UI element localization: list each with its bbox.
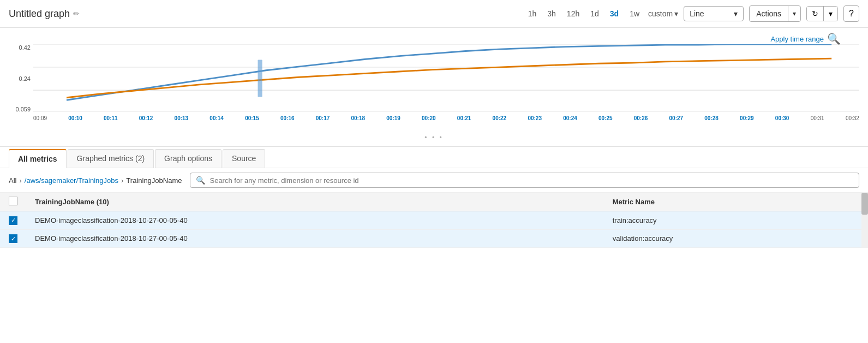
- refresh-group: ↻ ▾: [806, 6, 838, 21]
- help-icon: ?: [849, 9, 854, 19]
- time-1w[interactable]: 1w: [627, 8, 642, 19]
- graph-title: Untitled graph: [9, 8, 70, 20]
- breadcrumb-namespace[interactable]: /aws/sagemaker/TrainingJobs: [25, 176, 118, 185]
- y-label-mid: 0.24: [19, 75, 31, 82]
- tabs-section: All metrics Graphed metrics (2) Graph op…: [0, 146, 868, 248]
- table-row: ✓ DEMO-imageclassification-2018-10-27-00…: [0, 211, 868, 230]
- x-label-0027: 00:27: [669, 115, 684, 121]
- search-input[interactable]: [209, 176, 853, 185]
- apply-time-range[interactable]: Apply time range 🔍: [770, 32, 841, 45]
- x-label-0011: 00:11: [104, 115, 118, 121]
- page-header: Untitled graph ✏ 1h 3h 12h 1d 3d 1w cust…: [0, 0, 868, 28]
- chart-container: 0.42 0.24 0.059 00:09 00:10 00:1: [9, 44, 859, 123]
- refresh-button[interactable]: ↻: [807, 7, 823, 21]
- row2-checkbox[interactable]: ✓: [9, 234, 17, 243]
- x-label-0029: 00:29: [740, 115, 754, 121]
- x-label-0015: 00:15: [245, 115, 259, 121]
- search-icon: 🔍: [196, 176, 205, 185]
- tab-source[interactable]: Source: [223, 149, 265, 168]
- y-label-bot: 0.059: [15, 106, 31, 113]
- select-all-header: [0, 193, 26, 211]
- x-label-0022: 00:22: [493, 115, 507, 121]
- x-label-0017: 00:17: [316, 115, 330, 121]
- title-area: Untitled graph ✏: [9, 8, 520, 20]
- breadcrumb-dimension: TrainingJobName: [126, 176, 182, 185]
- search-box[interactable]: 🔍: [190, 173, 859, 188]
- time-12h[interactable]: 12h: [565, 8, 582, 19]
- refresh-caret-button[interactable]: ▾: [823, 7, 837, 21]
- chart-svg: [33, 44, 859, 113]
- dropdown-caret-icon: ▾: [734, 9, 738, 18]
- row2-metric-name: validation:accuracy: [604, 229, 868, 248]
- row1-job-name: DEMO-imageclassification-2018-10-27-00-0…: [26, 211, 604, 230]
- x-label-0030: 00:30: [775, 115, 789, 121]
- metrics-table-wrapper: TrainingJobName (10) Metric Name ✓ DEMO-…: [0, 193, 868, 248]
- y-axis: 0.42 0.24 0.059: [9, 44, 33, 113]
- x-label-0023: 00:23: [528, 115, 542, 121]
- row1-metric-name: train:accuracy: [604, 211, 868, 230]
- edit-icon[interactable]: ✏: [73, 9, 80, 18]
- time-1d[interactable]: 1d: [588, 8, 601, 19]
- scrollbar-thumb[interactable]: [861, 193, 868, 215]
- x-label-0032: 00:32: [846, 115, 859, 121]
- x-label-0013: 00:13: [175, 115, 189, 121]
- metrics-table: TrainingJobName (10) Metric Name ✓ DEMO-…: [0, 193, 868, 248]
- x-label-0021: 00:21: [457, 115, 471, 121]
- tabs-header: All metrics Graphed metrics (2) Graph op…: [0, 149, 868, 168]
- time-3h[interactable]: 3h: [545, 8, 558, 19]
- breadcrumb-all[interactable]: All: [9, 176, 16, 185]
- svg-rect-4: [258, 60, 262, 97]
- zoom-icon: 🔍: [827, 32, 841, 45]
- chart-area: Apply time range 🔍 0.42 0.24 0.059: [0, 28, 868, 132]
- x-label-0024: 00:24: [563, 115, 577, 121]
- x-label-0019: 00:19: [386, 115, 400, 121]
- chart-type-dropdown[interactable]: Line ▾: [684, 6, 744, 21]
- help-button[interactable]: ?: [843, 5, 859, 22]
- custom-caret-icon: ▾: [674, 9, 678, 18]
- row1-checkbox[interactable]: ✓: [9, 216, 17, 225]
- actions-button[interactable]: Actions ▾: [749, 5, 801, 22]
- row2-checkbox-cell: ✓: [0, 229, 26, 248]
- scrollbar[interactable]: [861, 193, 868, 248]
- y-label-top: 0.42: [19, 44, 31, 51]
- x-label-0016: 00:16: [280, 115, 295, 121]
- x-label-0014: 00:14: [209, 115, 224, 121]
- chart-svg-area[interactable]: [33, 44, 859, 113]
- tab-graph-options[interactable]: Graph options: [155, 149, 222, 168]
- x-axis: 00:09 00:10 00:11 00:12 00:13 00:14 00:1…: [33, 113, 859, 123]
- x-label-0020: 00:20: [422, 115, 436, 121]
- x-label-0009: 00:09: [33, 115, 47, 121]
- x-label-0028: 00:28: [704, 115, 719, 121]
- breadcrumb-sep-1: ›: [19, 176, 21, 185]
- time-3d[interactable]: 3d: [608, 8, 621, 19]
- row2-job-name: DEMO-imageclassification-2018-10-27-00-0…: [26, 229, 604, 248]
- breadcrumb-row: All › /aws/sagemaker/TrainingJobs › Trai…: [0, 168, 868, 193]
- actions-caret-icon: ▾: [788, 7, 800, 21]
- col-header-metric-name: Metric Name: [604, 193, 868, 211]
- x-label-0012: 00:12: [139, 115, 153, 121]
- breadcrumb-sep-2: ›: [121, 176, 123, 185]
- col-header-job-name: TrainingJobName (10): [26, 193, 604, 211]
- time-buttons: 1h 3h 12h 1d 3d 1w custom ▾: [526, 8, 678, 19]
- drag-handle[interactable]: • • •: [0, 132, 868, 144]
- row1-checkbox-cell: ✓: [0, 211, 26, 230]
- select-all-checkbox[interactable]: [9, 197, 17, 205]
- table-header-row: TrainingJobName (10) Metric Name: [0, 193, 868, 211]
- tab-all-metrics[interactable]: All metrics: [9, 149, 67, 168]
- x-label-0010: 00:10: [68, 115, 82, 121]
- table-row: ✓ DEMO-imageclassification-2018-10-27-00…: [0, 229, 868, 248]
- x-label-0026: 00:26: [634, 115, 648, 121]
- time-1h[interactable]: 1h: [526, 8, 539, 19]
- time-custom[interactable]: custom ▾: [648, 9, 678, 18]
- x-label-0031: 00:31: [811, 115, 824, 121]
- x-label-0025: 00:25: [598, 115, 613, 121]
- tab-graphed-metrics[interactable]: Graphed metrics (2): [68, 149, 154, 168]
- x-label-0018: 00:18: [351, 115, 365, 121]
